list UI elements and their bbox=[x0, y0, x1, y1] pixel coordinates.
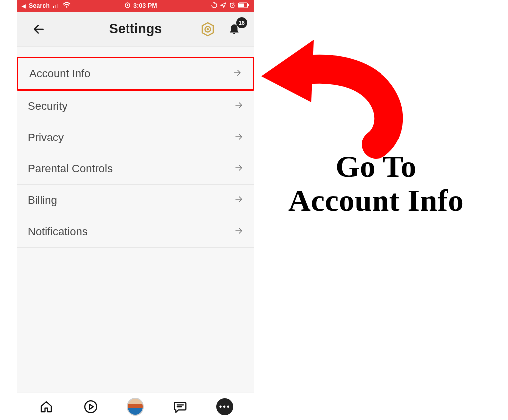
nav-chat[interactable] bbox=[172, 398, 189, 415]
chevron-right-icon bbox=[234, 163, 243, 174]
arrow-left-icon bbox=[32, 23, 45, 36]
chevron-right-icon bbox=[234, 195, 243, 206]
location-icon bbox=[220, 2, 226, 10]
annotation-line2: Account Info bbox=[259, 183, 493, 217]
wifi-icon bbox=[63, 2, 71, 10]
battery-icon bbox=[238, 2, 249, 10]
more-icon: ••• bbox=[216, 398, 233, 415]
page-title: Settings bbox=[109, 21, 162, 37]
svg-point-5 bbox=[127, 4, 128, 6]
recording-indicator-icon bbox=[125, 2, 130, 10]
svg-point-12 bbox=[207, 28, 209, 30]
settings-row-billing[interactable]: Billing bbox=[17, 185, 254, 216]
settings-row-account-info[interactable]: Account Info bbox=[17, 57, 254, 91]
settings-row-label: Parental Controls bbox=[28, 162, 113, 175]
back-triangle-icon: ◀ bbox=[22, 3, 26, 9]
settings-row-parental-controls[interactable]: Parental Controls bbox=[17, 153, 254, 185]
status-center: 3:03 PM bbox=[125, 2, 157, 10]
bottom-nav: ••• bbox=[17, 392, 254, 420]
play-circle-icon bbox=[83, 399, 98, 414]
svg-marker-14 bbox=[261, 40, 314, 102]
settings-row-label: Account Info bbox=[29, 67, 90, 80]
status-back-app: Search bbox=[29, 2, 50, 9]
notification-badge: 16 bbox=[236, 17, 247, 28]
phone-container: ◀ Search 3:03 PM bbox=[17, 0, 254, 420]
chevron-right-icon bbox=[234, 101, 243, 112]
settings-row-label: Notifications bbox=[28, 225, 88, 238]
settings-row-notifications[interactable]: Notifications bbox=[17, 216, 254, 248]
status-time: 3:03 PM bbox=[133, 2, 157, 9]
status-left: ◀ Search bbox=[22, 2, 71, 10]
chat-icon bbox=[173, 399, 188, 414]
signal-icon bbox=[53, 2, 60, 9]
settings-row-label: Privacy bbox=[28, 131, 64, 144]
status-bar: ◀ Search 3:03 PM bbox=[17, 0, 254, 12]
svg-rect-2 bbox=[57, 4, 58, 8]
settings-row-security[interactable]: Security bbox=[17, 91, 254, 122]
alarm-icon bbox=[229, 2, 235, 10]
nav-discover[interactable] bbox=[82, 398, 99, 415]
settings-list: Account Info Security Privacy Parental C… bbox=[17, 47, 254, 392]
nav-more[interactable]: ••• bbox=[216, 398, 233, 415]
svg-rect-8 bbox=[239, 3, 244, 7]
notifications-button[interactable]: 16 bbox=[227, 22, 241, 36]
header: Settings 16 bbox=[17, 12, 254, 47]
header-actions: 16 bbox=[200, 22, 241, 37]
svg-rect-0 bbox=[53, 6, 54, 8]
svg-point-13 bbox=[85, 401, 97, 413]
chevron-right-icon bbox=[234, 132, 243, 143]
robux-button[interactable] bbox=[200, 22, 215, 37]
settings-row-label: Billing bbox=[28, 194, 57, 207]
home-icon bbox=[39, 399, 54, 414]
chevron-right-icon bbox=[234, 226, 243, 237]
nav-avatar[interactable] bbox=[127, 398, 144, 415]
settings-row-privacy[interactable]: Privacy bbox=[17, 122, 254, 153]
annotation-line1: Go To bbox=[259, 149, 493, 183]
svg-rect-9 bbox=[248, 4, 249, 6]
svg-rect-1 bbox=[55, 5, 56, 8]
chevron-right-icon bbox=[233, 68, 242, 79]
nav-home[interactable] bbox=[38, 398, 55, 415]
settings-row-label: Security bbox=[28, 100, 67, 113]
annotation-text: Go To Account Info bbox=[259, 149, 493, 217]
status-right bbox=[211, 2, 249, 10]
robux-icon bbox=[200, 22, 215, 37]
avatar-icon bbox=[127, 398, 144, 416]
orientation-lock-icon bbox=[211, 2, 217, 10]
svg-point-3 bbox=[66, 6, 68, 8]
back-button[interactable] bbox=[32, 22, 46, 36]
